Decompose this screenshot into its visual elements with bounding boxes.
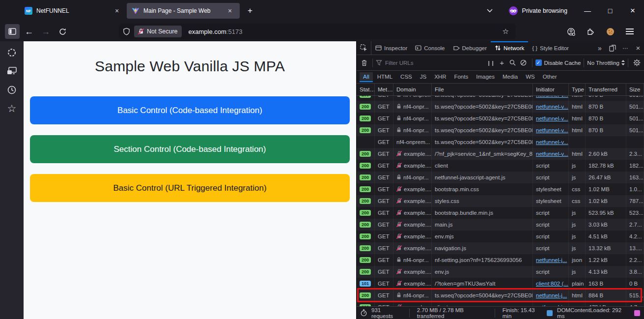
filter-tab-html[interactable]: HTML [374,72,396,82]
sidebar-toggle-button[interactable] [5,24,20,39]
browser-tab-sample-web[interactable]: Main Page - Sample Web × [127,3,240,19]
initiator-link[interactable]: netfunnel-v... [536,104,568,110]
request-row[interactable]: 200GETnf4-onpr...ts.wseq?opcode=5004&key… [357,290,644,301]
pause-recording-icon[interactable]: | | [486,58,497,68]
request-row[interactable]: 200GETnf4-onpr...nf-setting.json?nf=1756… [357,254,644,266]
menu-hamburger-icon[interactable] [622,24,637,39]
request-row[interactable]: 200GETexample....navigation.jsscriptjs13… [357,242,644,254]
request-row[interactable]: 200GETexample....bootstrap.bundle.min.js… [357,207,644,219]
account-icon[interactable] [563,24,578,39]
history-clock-icon[interactable] [6,85,17,95]
tab-close-icon[interactable]: × [112,6,122,16]
filter-tab-fonts[interactable]: Fonts [450,72,472,82]
devtools-tab-console[interactable]: Console [411,41,448,55]
browser-tab-netfunnel[interactable]: NF NetFUNNEL × [20,3,127,19]
devtools-options-meatball-icon[interactable]: ⋯ [619,42,631,54]
new-request-plus-icon[interactable]: + [497,58,507,68]
column-header[interactable]: Domain [393,84,432,95]
devtools-tab-style-editor[interactable]: { } Style Editor [528,41,573,55]
filter-tab-all[interactable]: All [360,72,373,82]
request-row[interactable]: 200GETexample....bootstrap.min.cssstyles… [357,183,644,195]
filter-tab-xhr[interactable]: XHR [431,72,449,82]
shield-icon[interactable] [123,28,130,36]
column-header[interactable]: Met… [375,84,393,95]
filter-tab-css[interactable]: CSS [397,72,416,82]
list-all-tabs-chevron-icon[interactable] [483,4,497,18]
devtools-tab-network[interactable]: Network [491,41,528,55]
close-devtools-icon[interactable]: × [632,42,644,54]
initiator-link[interactable]: netfunnel-j... [536,257,567,263]
tab-close-icon[interactable]: × [225,6,235,16]
close-window-button[interactable]: × [621,0,644,22]
devtools-tab-inspector[interactable]: Inspector [371,41,411,55]
security-chip[interactable]: Not Secure [134,26,182,37]
maximize-button[interactable]: □ [599,0,621,22]
initiator-link[interactable]: netfunnel-v... [536,139,568,145]
column-header[interactable]: Transferred [586,84,626,95]
column-header[interactable]: Stat… [357,84,375,95]
initiator-link[interactable]: netfunnel-j... [536,292,567,298]
bookmark-star-icon[interactable]: ☆ [500,27,512,36]
devtools-tab-debugger[interactable]: Debugger [449,41,491,55]
initiator-link[interactable]: netfunnel-v... [536,151,568,157]
initiator-link[interactable]: netfunnel-v... [536,127,568,133]
basic-control-url-button[interactable]: Basic Control (URL Triggered Integration… [30,174,350,202]
request-row[interactable]: 200GETexample....styles.cssstylesheetcss… [357,195,644,207]
initiator-link[interactable]: netfunnel-j... [536,304,567,306]
url-bar[interactable]: Not Secure example.com:5173 ☆ [119,24,516,39]
request-row[interactable]: 200GETexample....main.jsscriptjs3.03 kB2… [357,219,644,231]
section-control-code-button[interactable]: Section Control (Code-based Integration) [30,135,350,163]
initiator-link[interactable]: client:802 (... [536,281,568,287]
filter-tab-images[interactable]: Images [473,72,498,82]
request-row[interactable]: 200GETexample....clientnetfunnel-j...478… [357,301,644,306]
column-header[interactable]: Type [569,84,586,95]
forward-button[interactable]: → [38,24,53,39]
ai-chatbot-icon[interactable] [6,47,17,58]
search-icon[interactable] [507,58,518,68]
filter-tab-media[interactable]: Media [499,72,521,82]
reload-button[interactable] [55,24,70,39]
responsive-design-icon[interactable] [607,42,618,54]
url-text[interactable]: example.com:5173 [189,28,500,35]
more-tabs-chevrons-icon[interactable]: » [594,42,606,54]
minimize-button[interactable]: — [576,0,599,22]
extensions-puzzle-icon[interactable] [583,24,598,39]
request-row[interactable]: 200GETnf4-onpr...ts.wseq?opcode=5002&key… [357,124,644,136]
new-tab-button[interactable]: + [243,3,257,18]
request-row[interactable]: 200GETnf4-onpr...ts.wseq?opcode=5002&key… [357,101,644,113]
column-header[interactable]: Initiator [533,84,569,95]
updown-caret-icon [621,60,625,65]
clear-requests-trash-icon[interactable] [359,58,369,68]
filter-tab-js[interactable]: JS [417,72,430,82]
disable-cache-control[interactable]: ✓ Disable Cache [535,59,581,66]
network-settings-gear-icon[interactable] [631,58,642,68]
synced-tabs-icon[interactable] [6,66,17,77]
request-row[interactable]: 200GETexample....env.jsscriptjs4.13 kB3.… [357,266,644,278]
bookmarks-star-icon[interactable]: ☆ [6,103,17,114]
column-header[interactable]: Size [626,84,644,95]
request-row[interactable]: 200GETexample....clientscriptjs182.78 kB… [357,160,644,172]
request-row[interactable]: 200GETexample....env.mjsscriptjs4.51 kB4… [357,231,644,242]
request-row[interactable]: GETnf4-onprem...ts.wseq?opcode=5002&key=… [357,136,644,148]
disable-cache-checkbox[interactable]: ✓ [535,59,542,66]
back-button[interactable]: ← [22,24,36,39]
cookie-extension-icon[interactable] [603,24,617,39]
block-requests-icon[interactable] [518,58,529,68]
filter-tab-other[interactable]: Other [539,72,560,82]
request-row[interactable]: 200GETnf4-onpr...ts.wseq?opcode=5002&key… [357,113,644,124]
request-row[interactable]: 200GETexample..../?nf_pjk=service_1&nf_s… [357,148,644,160]
pick-element-icon[interactable] [357,41,371,55]
request-row[interactable]: 200GETnf4-onprem...ts.wseq?opcode=5002&k… [357,96,644,101]
basic-control-code-button[interactable]: Basic Control (Code-based Integration) [30,96,350,124]
requests-count[interactable]: 931 requests [371,307,402,319]
status-badge: 200 [360,210,371,216]
request-row[interactable]: 101GETexample..../?token=gmTKU3wsYaItcli… [357,278,644,290]
request-row[interactable]: 200GETnf4-onpr...netfunnel-javascript-ag… [357,172,644,183]
filter-urls-input[interactable]: Filter URLs [376,59,486,66]
filter-tab-ws[interactable]: WS [522,72,538,82]
cell-status: 200 [357,207,375,219]
throttling-dropdown[interactable]: No Throttling [587,60,625,66]
initiator-link[interactable]: netfunnel-v... [536,116,568,121]
column-header[interactable]: File [432,84,533,95]
initiator-link[interactable]: netfunnel-v... [536,96,568,98]
